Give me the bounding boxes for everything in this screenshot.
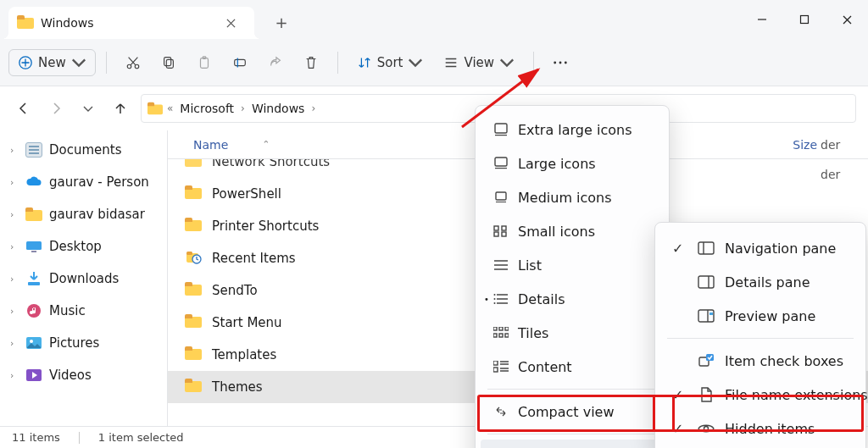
column-name[interactable]: Name (193, 138, 228, 152)
sidebar-item[interactable]: ›gaurav - Person (0, 166, 167, 198)
rename-button[interactable] (224, 50, 256, 75)
folder-icon (185, 218, 202, 235)
menu-item-label: Extra large icons (518, 122, 632, 138)
sidebar-item-label: Downloads (49, 271, 119, 286)
cut-button[interactable] (117, 50, 149, 75)
chevron-right-icon[interactable]: › (10, 274, 19, 285)
close-window-button[interactable] (826, 3, 868, 36)
menu-item-label: Details (518, 291, 565, 307)
svg-rect-6 (166, 59, 173, 68)
menu-item-extra large icons[interactable]: Extra large icons (481, 113, 664, 147)
breadcrumb-parent[interactable]: Microsoft (176, 100, 237, 117)
delete-button[interactable] (295, 50, 327, 75)
svg-point-18 (30, 340, 33, 343)
svg-point-11 (559, 61, 562, 64)
copy-icon (161, 55, 176, 70)
maximize-button[interactable] (783, 3, 826, 36)
menu-item-list[interactable]: List (481, 248, 664, 282)
svg-rect-27 (496, 192, 506, 200)
menu-item-label: Medium icons (518, 190, 612, 206)
breadcrumb-current[interactable]: Windows (248, 100, 309, 117)
lg-icon (492, 157, 509, 170)
menu-item-content[interactable]: Content (481, 350, 664, 384)
sidebar-item[interactable]: ›Pictures (0, 327, 167, 359)
menu-item-tiles[interactable]: Tiles (481, 316, 664, 350)
menu-item-navigation pane[interactable]: ✓Navigation pane (660, 231, 860, 265)
chevron-right-icon[interactable]: › (10, 306, 19, 317)
folder-name: PowerShell (212, 186, 281, 202)
ellipsis-icon (553, 55, 568, 70)
trash-icon (303, 55, 319, 70)
svg-rect-36 (493, 327, 497, 330)
menu-item-details[interactable]: •Details (481, 282, 664, 316)
sidebar-item[interactable]: ›Documents (0, 134, 167, 166)
sidebar-item[interactable]: ›gaurav bidasar (0, 198, 167, 230)
menu-item-details pane[interactable]: Details pane (660, 265, 860, 299)
svg-rect-32 (502, 232, 506, 236)
svg-rect-50 (709, 312, 713, 315)
chevron-right-icon[interactable]: › (10, 209, 19, 220)
chevron-right-icon[interactable]: › (10, 177, 19, 188)
more-button[interactable] (544, 50, 576, 75)
chevron-right-icon[interactable]: › (10, 338, 19, 349)
active-tab[interactable]: Windows (8, 7, 254, 39)
menu-item-item check boxes[interactable]: Item check boxes (660, 344, 860, 378)
back-button[interactable] (12, 97, 36, 120)
navigation-pane[interactable]: ›Documents›gaurav - Person›gaurav bidasa… (0, 130, 168, 426)
sidebar-item[interactable]: ›Music (0, 295, 167, 327)
annotation-box-show (477, 395, 675, 432)
svg-rect-5 (164, 57, 170, 65)
svg-rect-38 (505, 327, 509, 330)
svg-rect-28 (496, 202, 506, 202)
svg-point-35 (494, 302, 496, 304)
active-bullet: • (484, 295, 489, 304)
sidebar-item[interactable]: ›Desktop (0, 230, 167, 263)
videos-icon (25, 368, 42, 382)
svg-rect-40 (499, 334, 503, 337)
breadcrumb-overflow[interactable]: « (167, 102, 173, 114)
new-button[interactable]: New (8, 49, 96, 76)
folder-name: Printer Shortcuts (212, 218, 319, 234)
menu-item-preview pane[interactable]: Preview pane (660, 299, 860, 333)
menu-item-small icons[interactable]: Small icons (481, 214, 664, 248)
svg-rect-48 (698, 310, 714, 322)
copy-button[interactable] (153, 50, 185, 75)
svg-rect-43 (493, 368, 498, 372)
menu-item-show[interactable]: Show› (481, 440, 664, 448)
menu-item-large icons[interactable]: Large icons (481, 147, 664, 180)
view-button[interactable]: View (435, 50, 523, 75)
folder-icon (185, 346, 202, 363)
chevron-right-icon[interactable]: › (10, 370, 19, 381)
menu-item-medium icons[interactable]: Medium icons (481, 180, 664, 214)
download-icon (25, 271, 42, 286)
svg-rect-9 (234, 59, 245, 65)
menu-item-label: Small icons (518, 224, 595, 240)
item-count: 11 items (12, 431, 60, 444)
sidebar-item[interactable]: ›Videos (0, 359, 167, 391)
svg-rect-24 (495, 135, 507, 136)
paste-button[interactable] (188, 50, 220, 75)
chevron-right-icon[interactable]: › (10, 145, 19, 156)
content-icon (492, 361, 509, 373)
checkboxes-icon (698, 354, 715, 368)
up-button[interactable] (108, 97, 132, 120)
sidebar-item-label: Documents (49, 142, 122, 158)
title-bar: Windows + (0, 0, 868, 39)
sort-button[interactable]: Sort (348, 50, 432, 75)
share-button[interactable] (259, 50, 292, 75)
navpane-icon (698, 241, 715, 255)
folder-name: SendTo (212, 283, 258, 298)
column-size[interactable]: Size (793, 138, 817, 152)
folder-icon (17, 15, 32, 31)
menu-item-label: List (518, 257, 542, 274)
new-tab-button[interactable]: + (270, 10, 293, 34)
minimize-button[interactable] (741, 3, 783, 36)
forward-button[interactable] (44, 97, 68, 120)
recent-locations-button[interactable] (76, 97, 100, 120)
chevron-right-icon[interactable]: › (10, 241, 19, 252)
folder-icon (185, 282, 202, 299)
sidebar-item[interactable]: ›Downloads (0, 263, 167, 295)
selection-count: 1 item selected (98, 431, 184, 444)
sidebar-item-label: gaurav - Person (49, 174, 149, 190)
close-tab-icon[interactable] (219, 11, 242, 35)
